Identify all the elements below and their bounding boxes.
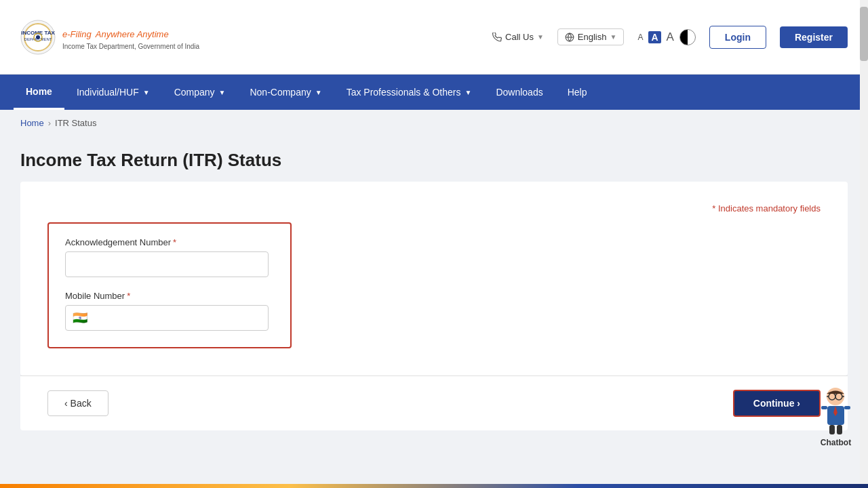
nav-item-help[interactable]: Help	[555, 75, 599, 110]
svg-rect-18	[821, 406, 827, 409]
continue-button[interactable]: Continue ›	[733, 390, 821, 417]
mobile-required-star: *	[127, 291, 130, 301]
mandatory-text: Indicates mandatory fields	[718, 203, 821, 214]
nav-taxprofessionals-label: Tax Professionals & Others	[347, 87, 461, 98]
call-us-label: Call Us	[505, 32, 534, 42]
action-row: ‹ Back Continue ›	[20, 375, 848, 430]
nav-item-company[interactable]: Company ▼	[162, 75, 238, 110]
mandatory-note: * Indicates mandatory fields	[712, 203, 821, 214]
nav-downloads-label: Downloads	[496, 87, 542, 98]
breadcrumb-current-page: ITR Status	[55, 118, 96, 128]
nav-noncompany-chevron-icon: ▼	[315, 89, 322, 96]
contrast-toggle-button[interactable]	[679, 29, 696, 45]
logo-efiling-label: e-Filing Anywhere Anytime	[62, 24, 199, 41]
nav-item-noncompany[interactable]: Non-Company ▼	[237, 75, 334, 110]
chatbot-widget[interactable]: Chatbot	[817, 386, 854, 447]
logo-emblem-icon: INCOME TAX DEPARTMENT	[20, 20, 56, 55]
nav-company-chevron-icon: ▼	[219, 89, 226, 96]
nav-individual-chevron-icon: ▼	[143, 89, 150, 96]
font-small-button[interactable]: A	[637, 33, 643, 42]
nav-item-downloads[interactable]: Downloads	[484, 75, 555, 110]
svg-rect-16	[829, 425, 835, 434]
nav-company-label: Company	[174, 87, 215, 98]
phone-input-wrapper: 🇮🇳	[65, 305, 269, 331]
font-controls: A A A	[637, 29, 695, 45]
breadcrumb-home-link[interactable]: Home	[20, 118, 44, 128]
globe-icon	[565, 33, 574, 42]
chatbot-label: Chatbot	[821, 438, 851, 447]
nav-individual-label: Individual/HUF	[77, 87, 139, 98]
mobile-input[interactable]	[92, 306, 261, 330]
scrollbar-thumb[interactable]	[860, 7, 868, 61]
register-button[interactable]: Register	[780, 26, 848, 48]
phone-icon	[492, 33, 502, 42]
logo-subtitle-text: Income Tax Department, Government of Ind…	[62, 43, 199, 50]
svg-rect-19	[844, 406, 850, 409]
ack-required-star: *	[173, 237, 176, 247]
header: INCOME TAX DEPARTMENT e-Filing Anywhere …	[0, 0, 868, 75]
logo-area: INCOME TAX DEPARTMENT e-Filing Anywhere …	[20, 20, 199, 55]
login-button[interactable]: Login	[709, 26, 766, 49]
nav-noncompany-label: Non-Company	[250, 87, 311, 98]
svg-point-5	[36, 35, 40, 39]
acknowledgement-field: Acknowledgement Number *	[65, 237, 274, 277]
ack-label-text: Acknowledgement Number	[65, 237, 171, 247]
mobile-label: Mobile Number *	[65, 291, 274, 301]
nav-taxprofessionals-chevron-icon: ▼	[465, 89, 472, 96]
nav-item-taxprofessionals[interactable]: Tax Professionals & Others ▼	[334, 75, 484, 110]
form-box: Acknowledgement Number * Mobile Number *…	[47, 222, 292, 348]
font-large-button[interactable]: A	[667, 30, 674, 44]
call-us-button[interactable]: Call Us ▼	[492, 32, 544, 42]
call-us-chevron-icon: ▼	[537, 33, 544, 41]
acknowledgement-label: Acknowledgement Number *	[65, 237, 274, 247]
chatbot-figure-icon	[817, 386, 854, 436]
header-right: Call Us ▼ English ▼ A A A Login Register	[492, 26, 848, 49]
nav-item-home[interactable]: Home	[14, 75, 64, 110]
language-selector[interactable]: English ▼	[557, 28, 625, 45]
back-button[interactable]: ‹ Back	[47, 390, 108, 416]
nav-item-individual[interactable]: Individual/HUF ▼	[64, 75, 162, 110]
india-flag-icon: 🇮🇳	[73, 310, 87, 325]
svg-rect-17	[837, 425, 842, 434]
footer-bar	[0, 484, 868, 488]
breadcrumb-separator: ›	[48, 118, 51, 128]
scrollbar-track	[860, 0, 868, 488]
language-label: English	[578, 32, 607, 42]
font-medium-button[interactable]: A	[648, 31, 660, 43]
logo-text: e-Filing Anywhere Anytime Income Tax Dep…	[62, 24, 199, 50]
efiling-text: e-Filing	[62, 29, 92, 39]
navigation-bar: Home Individual/HUF ▼ Company ▼ Non-Comp…	[0, 75, 868, 110]
nav-help-label: Help	[568, 87, 587, 98]
mobile-field: Mobile Number * 🇮🇳	[65, 291, 274, 331]
nav-home-label: Home	[26, 86, 52, 97]
language-chevron-icon: ▼	[610, 33, 616, 41]
main-content: Income Tax Return (ITR) Status * Indicat…	[0, 136, 868, 458]
mandatory-star: *	[712, 203, 715, 214]
acknowledgement-input[interactable]	[65, 251, 269, 277]
breadcrumb: Home › ITR Status	[0, 110, 868, 136]
tagline-text: Anywhere Anytime	[96, 29, 169, 39]
mobile-label-text: Mobile Number	[65, 291, 125, 301]
page-title: Income Tax Return (ITR) Status	[20, 150, 848, 171]
form-card: * Indicates mandatory fields Acknowledge…	[20, 182, 848, 375]
